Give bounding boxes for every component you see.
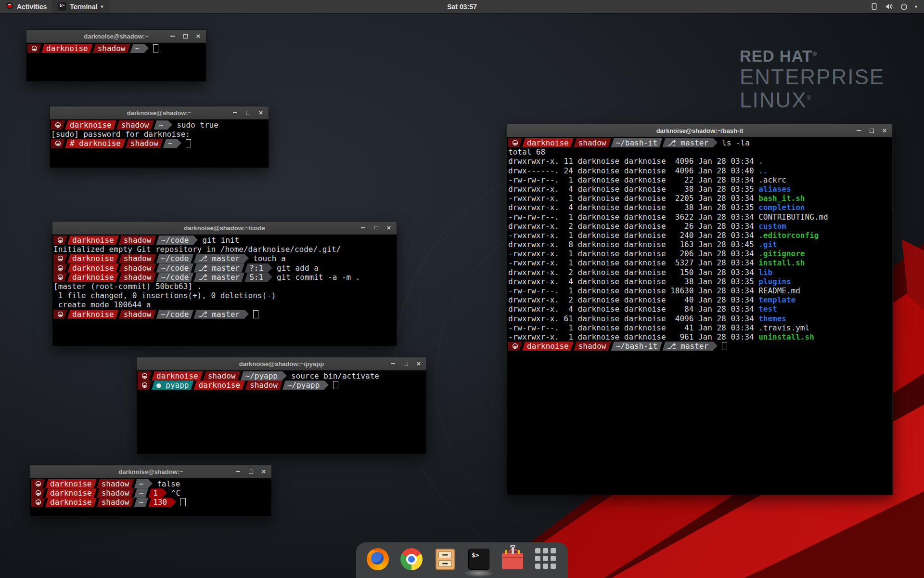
- volume-icon: [885, 3, 893, 10]
- prompt-host-segment: shadow: [203, 371, 241, 381]
- prompt-arrow: [193, 236, 198, 244]
- maximize-button[interactable]: [373, 225, 379, 231]
- prompt-arrow: [268, 273, 272, 281]
- dock-item-app-grid[interactable]: [535, 548, 557, 570]
- terminal-prompt-line: darknoiseshadow~/code⎇ master: [53, 310, 396, 319]
- prompt-distro-icon: [508, 342, 522, 351]
- file-list-row: drwxrwxr-x. 61 darknoise darknoise 4096 …: [508, 314, 891, 323]
- terminal-prompt-line: darknoiseshadow~1^C: [31, 488, 270, 498]
- minimize-button[interactable]: [360, 225, 366, 231]
- prompt-user-segment: darknoise: [45, 498, 97, 507]
- maximize-button[interactable]: [245, 110, 251, 116]
- dock-item-chrome[interactable]: [400, 548, 423, 570]
- window-titlebar[interactable]: darknoise@shadow:~/bash-it×: [507, 124, 892, 137]
- terminal-prompt-line: darknoiseshadow~: [27, 44, 205, 53]
- terminal-output-line: Initialized empty Git repository in /hom…: [53, 245, 396, 254]
- maximize-button[interactable]: [248, 469, 254, 474]
- terminal-window: darknoise@shadow:~/code×darknoiseshadow~…: [52, 221, 397, 346]
- window-titlebar[interactable]: darknoise@shadow:~/pyapp×: [137, 357, 426, 370]
- dock-item-files[interactable]: [434, 548, 456, 570]
- close-button[interactable]: ×: [386, 225, 392, 231]
- power-icon: [900, 3, 908, 10]
- activities-label: Activities: [17, 3, 47, 11]
- terminal-prompt-line: # darknoiseshadow~: [51, 139, 268, 148]
- close-button[interactable]: ×: [261, 469, 267, 474]
- maximize-button[interactable]: [403, 361, 409, 367]
- clock[interactable]: Sat 03:57: [447, 3, 476, 11]
- prompt-path-segment: ~: [134, 479, 149, 488]
- minimize-button[interactable]: [235, 469, 241, 474]
- file-list-row: drwxrwxr-x. 2 darknoise darknoise 40 Jan…: [508, 295, 891, 304]
- prompt-arrow: [244, 310, 249, 318]
- terminal-content[interactable]: darknoiseshadow~/codegit initInitialized…: [52, 235, 397, 319]
- dock-item-toolbox[interactable]: [501, 548, 524, 570]
- window-titlebar[interactable]: darknoise@shadow:~×: [50, 106, 269, 119]
- minimize-button[interactable]: [390, 361, 396, 367]
- file-meta: drwxrwxr-x. 61 darknoise darknoise 4096 …: [508, 314, 758, 323]
- terminal-content[interactable]: darknoiseshadow~/bash-it⎇ masterls -lato…: [507, 137, 892, 351]
- terminal-output-line: create mode 100644 a: [53, 300, 396, 309]
- terminal-content[interactable]: darknoiseshadow~/pyappsource bin/activat…: [137, 370, 426, 390]
- prompt-path-segment: ~: [134, 498, 149, 507]
- close-button[interactable]: ×: [258, 110, 264, 116]
- prompt-distro-icon: [138, 381, 152, 390]
- prompt-distro-icon: [53, 254, 67, 263]
- prompt-exit-code-segment: 1: [148, 488, 163, 498]
- firefox-icon: [367, 548, 389, 570]
- maximize-button[interactable]: [869, 128, 874, 133]
- prompt-venv-segment: ● pyapp: [152, 381, 193, 390]
- prompt-user-segment: darknoise: [522, 342, 574, 351]
- prompt-path-segment: ~/code: [156, 254, 194, 263]
- running-indicator-glow: [464, 569, 494, 577]
- terminal-content[interactable]: darknoiseshadow~falsedarknoiseshadow~1^C…: [30, 478, 271, 507]
- terminal-content[interactable]: darknoiseshadow~: [26, 43, 206, 53]
- file-meta: drwxrwxr-x. 11 darknoise darknoise 4096 …: [508, 157, 758, 166]
- toolbox-icon: [501, 553, 524, 575]
- minimize-button[interactable]: [232, 110, 238, 116]
- prompt-host-segment: shadow: [574, 138, 611, 147]
- files-icon: [434, 549, 456, 571]
- file-meta: drwxrwxr-x. 8 darknoise darknoise 163 Ja…: [508, 240, 758, 249]
- prompt-host-segment: shadow: [119, 263, 156, 273]
- app-menu-terminal[interactable]: $> Terminal ▾: [52, 0, 109, 13]
- file-meta: -rwxrwxr-x. 1 darknoise darknoise 206 Ja…: [508, 249, 758, 258]
- window-titlebar[interactable]: darknoise@shadow:~×: [30, 465, 271, 478]
- prompt-distro-icon: [51, 120, 65, 130]
- file-name: .git: [758, 240, 777, 249]
- file-name: aliases: [758, 184, 791, 194]
- prompt-git-branch-segment: ⎇ master: [193, 273, 244, 282]
- close-button[interactable]: ×: [195, 33, 201, 39]
- dock-item-firefox[interactable]: [367, 548, 389, 570]
- terminal-cursor: [253, 310, 258, 318]
- minimize-button[interactable]: [856, 128, 861, 133]
- file-name: plugins: [758, 277, 791, 286]
- file-list-row: -rw-rw-r--. 1 darknoise darknoise 3622 J…: [508, 212, 891, 222]
- window-titlebar[interactable]: darknoise@shadow:~×: [26, 30, 206, 43]
- terminal-content[interactable]: darknoiseshadow~sudo true[sudo] password…: [50, 119, 269, 148]
- close-button[interactable]: ×: [416, 361, 422, 367]
- prompt-host-segment: shadow: [97, 488, 134, 498]
- window-titlebar[interactable]: darknoise@shadow:~/code×: [52, 222, 397, 235]
- terminal-output-line: [master (root-commit) 50bcb63] .: [53, 282, 396, 291]
- file-name: bash_it.sh: [758, 194, 805, 203]
- brand-line1: RED HAT®: [740, 47, 885, 66]
- command-text: ^C: [171, 488, 180, 498]
- activities-button[interactable]: Activities: [0, 0, 52, 13]
- maximize-button[interactable]: [182, 33, 188, 39]
- command-text: git init: [202, 236, 239, 245]
- minimize-button[interactable]: [169, 33, 175, 39]
- command-text: false: [157, 479, 180, 488]
- prompt-exit-code-segment: 130: [148, 498, 172, 507]
- file-name: .ackrc: [758, 175, 786, 184]
- command-text: touch a: [253, 254, 285, 263]
- file-list-row: -rw-rw-r--. 1 darknoise darknoise 41 Jan…: [508, 323, 891, 332]
- system-status-area[interactable]: ▾: [864, 0, 924, 13]
- dock-item-terminal[interactable]: $>: [468, 548, 490, 570]
- prompt-user-segment: darknoise: [67, 263, 119, 273]
- prompt-arrow: [713, 138, 718, 147]
- close-button[interactable]: ×: [882, 128, 887, 133]
- prompt-host-segment: shadow: [119, 254, 156, 263]
- file-meta: -rwxrwxr-x. 1 darknoise darknoise 5327 J…: [508, 258, 758, 267]
- file-list-row: drwxrwxr-x. 4 darknoise darknoise 38 Jan…: [508, 184, 891, 194]
- prompt-distro-icon: [53, 263, 67, 273]
